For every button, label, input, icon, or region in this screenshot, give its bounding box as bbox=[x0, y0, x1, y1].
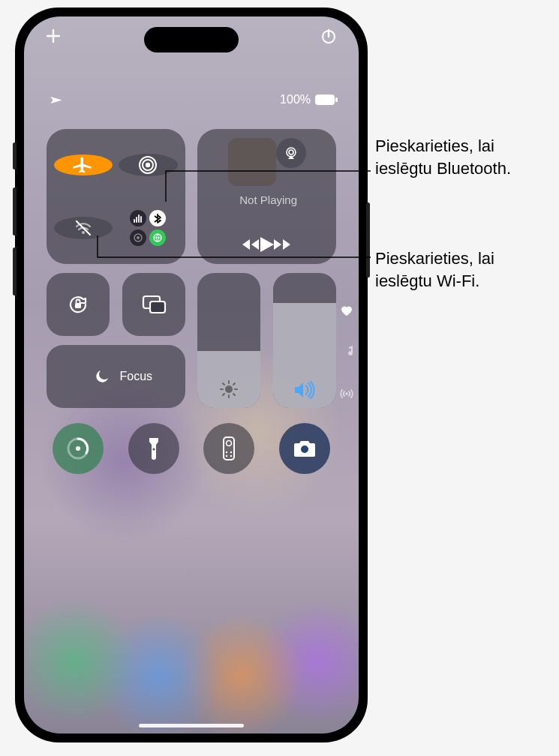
svg-point-3 bbox=[146, 163, 150, 167]
vpn-icon bbox=[149, 230, 166, 246]
add-icon[interactable] bbox=[45, 28, 62, 44]
svg-point-21 bbox=[226, 452, 227, 453]
broadcast-icon[interactable] bbox=[339, 387, 354, 404]
bluetooth-icon bbox=[149, 210, 166, 226]
timer-icon bbox=[65, 436, 91, 461]
svg-rect-12 bbox=[75, 303, 81, 308]
svg-point-7 bbox=[137, 236, 140, 239]
brightness-icon bbox=[197, 380, 260, 399]
screen: 100% bbox=[24, 16, 359, 734]
remote-icon bbox=[223, 436, 235, 460]
svg-point-25 bbox=[301, 446, 308, 453]
airdrop-button[interactable] bbox=[119, 154, 177, 176]
focus-label: Focus bbox=[120, 370, 153, 383]
cellular-icon bbox=[130, 210, 146, 226]
more-connectivity[interactable] bbox=[119, 210, 177, 246]
screen-mirror-button[interactable] bbox=[122, 273, 185, 336]
connectivity-group[interactable] bbox=[47, 129, 185, 264]
dynamic-island bbox=[144, 27, 239, 52]
svg-point-11 bbox=[289, 150, 293, 154]
svg-point-26 bbox=[345, 392, 348, 395]
power-icon[interactable] bbox=[320, 27, 338, 45]
volume-down-button bbox=[13, 248, 17, 296]
volume-slider[interactable] bbox=[273, 273, 336, 408]
airplane-mode-button[interactable] bbox=[54, 154, 113, 176]
home-indicator bbox=[139, 724, 244, 728]
callout-bluetooth: Pieskarieties, lai ieslēgtu Bluetooth. bbox=[375, 135, 548, 179]
airplane-status-icon bbox=[50, 94, 63, 111]
rotation-lock-button[interactable] bbox=[47, 273, 110, 336]
svg-point-24 bbox=[230, 455, 232, 457]
silent-switch bbox=[13, 142, 17, 170]
volume-up-button bbox=[13, 188, 17, 236]
rotation-lock-icon bbox=[65, 292, 91, 317]
media-controls[interactable]: Not Playing bbox=[197, 129, 336, 264]
svg-rect-14 bbox=[150, 302, 165, 313]
svg-point-15 bbox=[225, 386, 233, 393]
svg-point-18 bbox=[152, 448, 155, 450]
favorites-icon[interactable] bbox=[340, 304, 353, 320]
wifi-button[interactable] bbox=[54, 217, 113, 239]
wifi-off-icon bbox=[72, 217, 95, 239]
page-dots bbox=[339, 304, 354, 404]
status-bar: 100% bbox=[280, 93, 338, 106]
hotspot-icon bbox=[130, 230, 146, 246]
svg-rect-1 bbox=[315, 94, 335, 105]
airplay-icon bbox=[284, 146, 299, 160]
transport-controls bbox=[238, 237, 296, 255]
airdrop-icon bbox=[137, 154, 159, 176]
remote-button[interactable] bbox=[203, 423, 254, 474]
play-icon[interactable] bbox=[260, 237, 274, 252]
svg-point-6 bbox=[82, 231, 85, 234]
svg-rect-2 bbox=[335, 98, 338, 102]
svg-point-22 bbox=[230, 452, 232, 453]
airplay-button[interactable] bbox=[276, 138, 306, 168]
airplane-icon bbox=[73, 154, 94, 176]
timer-button[interactable] bbox=[53, 423, 104, 474]
flashlight-icon bbox=[147, 436, 161, 460]
focus-button[interactable]: Focus bbox=[47, 345, 185, 408]
volume-icon bbox=[273, 381, 336, 399]
album-art bbox=[228, 138, 276, 186]
music-icon[interactable] bbox=[341, 345, 353, 362]
svg-point-20 bbox=[227, 441, 232, 446]
skip-forward-icon[interactable] bbox=[274, 238, 292, 251]
camera-icon bbox=[293, 439, 317, 458]
svg-point-23 bbox=[226, 455, 227, 457]
svg-point-17 bbox=[76, 446, 80, 451]
brightness-slider[interactable] bbox=[197, 273, 260, 408]
side-button bbox=[366, 202, 370, 278]
flashlight-button[interactable] bbox=[128, 423, 179, 474]
screen-mirror-icon bbox=[141, 294, 167, 315]
control-center-grid: Not Playing bbox=[47, 129, 336, 480]
phone-frame: 100% bbox=[15, 8, 368, 742]
battery-percent: 100% bbox=[280, 93, 311, 106]
skip-back-icon[interactable] bbox=[242, 238, 260, 251]
camera-button[interactable] bbox=[279, 423, 330, 474]
moon-icon bbox=[93, 368, 111, 386]
callout-wifi: Pieskarieties, lai ieslēgtu Wi-Fi. bbox=[375, 248, 551, 292]
battery-icon bbox=[315, 94, 338, 105]
now-playing-label: Not Playing bbox=[239, 194, 297, 206]
